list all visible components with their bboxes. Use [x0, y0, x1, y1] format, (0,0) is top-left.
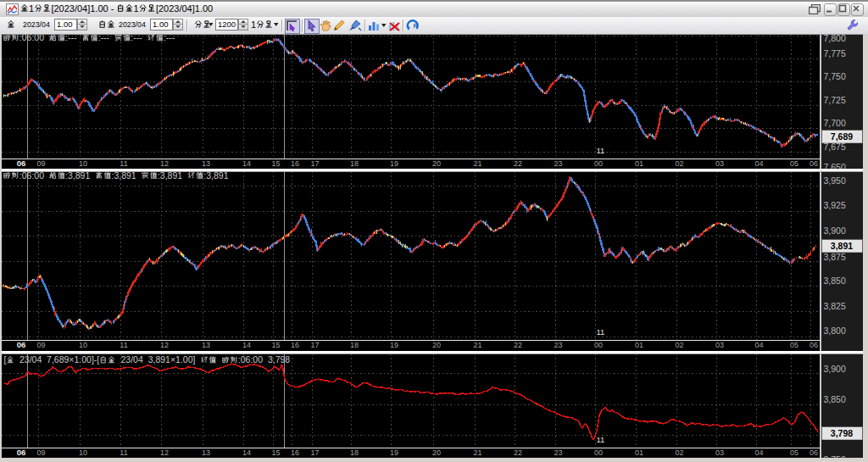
- svg-text:06: 06: [810, 159, 818, 168]
- svg-text:14: 14: [242, 159, 251, 168]
- svg-text:11: 11: [597, 146, 605, 155]
- svg-text:11: 11: [120, 341, 127, 349]
- svg-text:7,689×1.00]-[: 7,689×1.00]-[: [47, 354, 99, 365]
- svg-text:01: 01: [635, 341, 643, 349]
- svg-text:00: 00: [594, 341, 603, 349]
- svg-text:R: R: [414, 22, 419, 30]
- svg-text:16: 16: [291, 448, 299, 457]
- svg-text:1: 1: [134, 4, 139, 14]
- svg-text:04: 04: [754, 341, 763, 349]
- svg-text:16: 16: [291, 159, 299, 168]
- svg-text:21: 21: [473, 448, 481, 457]
- svg-text:15: 15: [271, 341, 280, 349]
- svg-text:00: 00: [594, 448, 603, 457]
- svg-text:02: 02: [675, 341, 683, 349]
- svg-text:3,875: 3,875: [824, 252, 846, 262]
- svg-text:01: 01: [635, 448, 643, 457]
- svg-text:17: 17: [310, 159, 319, 168]
- svg-text::06:00: :06:00: [19, 170, 44, 181]
- svg-text:23/04: 23/04: [19, 354, 42, 365]
- svg-text:19: 19: [390, 159, 398, 168]
- svg-text:-: -: [111, 4, 114, 14]
- svg-text:06: 06: [17, 448, 26, 457]
- svg-text:3,850: 3,850: [824, 394, 846, 404]
- svg-text:11: 11: [597, 435, 605, 444]
- svg-text:3,925: 3,925: [824, 200, 846, 210]
- svg-text:19: 19: [390, 448, 398, 457]
- svg-text:7,800: 7,800: [824, 33, 846, 43]
- svg-text::3,891: :3,891: [112, 170, 136, 181]
- svg-text:11: 11: [597, 327, 605, 337]
- svg-text:03: 03: [715, 448, 724, 457]
- svg-text:[2023/04]1.00: [2023/04]1.00: [156, 4, 213, 14]
- svg-text:05: 05: [790, 159, 798, 168]
- svg-text:16: 16: [291, 341, 299, 349]
- svg-text:3,800: 3,800: [824, 326, 846, 336]
- svg-text:12: 12: [160, 159, 169, 168]
- svg-text:11: 11: [120, 159, 127, 168]
- svg-text:3,850: 3,850: [824, 276, 846, 286]
- svg-text:03: 03: [715, 159, 724, 168]
- svg-text:3,798: 3,798: [268, 354, 290, 365]
- svg-text:02: 02: [675, 159, 683, 168]
- svg-text:23: 23: [554, 341, 562, 349]
- svg-text:13: 13: [202, 159, 210, 168]
- svg-text:23/04: 23/04: [121, 354, 143, 365]
- svg-text:03: 03: [715, 341, 724, 349]
- svg-text:14: 14: [242, 448, 251, 457]
- svg-text:7,750: 7,750: [824, 71, 846, 81]
- svg-text:22: 22: [514, 159, 522, 168]
- svg-text:06: 06: [810, 448, 818, 457]
- svg-text:12: 12: [160, 341, 169, 349]
- svg-text:14: 14: [242, 341, 251, 349]
- svg-text:02: 02: [675, 448, 683, 457]
- svg-text:18: 18: [350, 448, 359, 457]
- svg-text:05: 05: [790, 448, 798, 457]
- svg-text:20: 20: [432, 448, 441, 457]
- svg-text:1: 1: [251, 20, 256, 30]
- svg-text::3,891: :3,891: [65, 170, 90, 181]
- svg-text:18: 18: [350, 341, 359, 349]
- svg-text:10: 10: [79, 159, 87, 168]
- svg-text:[: [: [4, 354, 7, 365]
- svg-text:01: 01: [635, 159, 643, 168]
- svg-text:21: 21: [473, 159, 481, 168]
- svg-text:09: 09: [36, 341, 45, 349]
- svg-text:04: 04: [754, 159, 763, 168]
- svg-text:10: 10: [79, 341, 87, 349]
- svg-text:05: 05: [790, 341, 798, 349]
- svg-text:1: 1: [29, 4, 34, 14]
- svg-text:06: 06: [17, 340, 26, 349]
- svg-text:7,689: 7,689: [831, 131, 853, 142]
- svg-text:20: 20: [432, 341, 441, 349]
- svg-text::06:00: :06:00: [238, 354, 263, 365]
- svg-text:21: 21: [473, 341, 481, 349]
- svg-text:10: 10: [79, 448, 87, 457]
- svg-text:12: 12: [160, 448, 169, 457]
- svg-text:18: 18: [350, 159, 359, 168]
- svg-text:06: 06: [17, 159, 26, 168]
- svg-text:3,950: 3,950: [824, 175, 846, 186]
- svg-text:06: 06: [810, 341, 818, 349]
- svg-text:3,891: 3,891: [831, 241, 853, 251]
- svg-text:[2023/04]1.00: [2023/04]1.00: [51, 4, 108, 14]
- svg-text:13: 13: [202, 341, 210, 349]
- svg-text:04: 04: [754, 448, 763, 457]
- svg-text:20: 20: [432, 159, 441, 168]
- svg-text:22: 22: [514, 341, 522, 349]
- svg-text:3,798: 3,798: [831, 428, 853, 438]
- svg-text::3,891: :3,891: [158, 170, 182, 181]
- svg-text:09: 09: [36, 159, 45, 168]
- svg-text:23: 23: [554, 159, 562, 168]
- svg-text:7,700: 7,700: [824, 118, 846, 128]
- svg-text:22: 22: [514, 448, 522, 457]
- svg-text:19: 19: [390, 341, 398, 349]
- svg-text:17: 17: [310, 341, 319, 349]
- svg-text:3,891×1.00]: 3,891×1.00]: [148, 354, 196, 365]
- svg-text:13: 13: [202, 448, 210, 457]
- svg-text:00: 00: [594, 159, 603, 168]
- svg-text:7,725: 7,725: [824, 95, 846, 105]
- svg-text:3,900: 3,900: [824, 225, 846, 236]
- svg-text:23: 23: [554, 448, 562, 457]
- svg-text:09: 09: [36, 448, 45, 457]
